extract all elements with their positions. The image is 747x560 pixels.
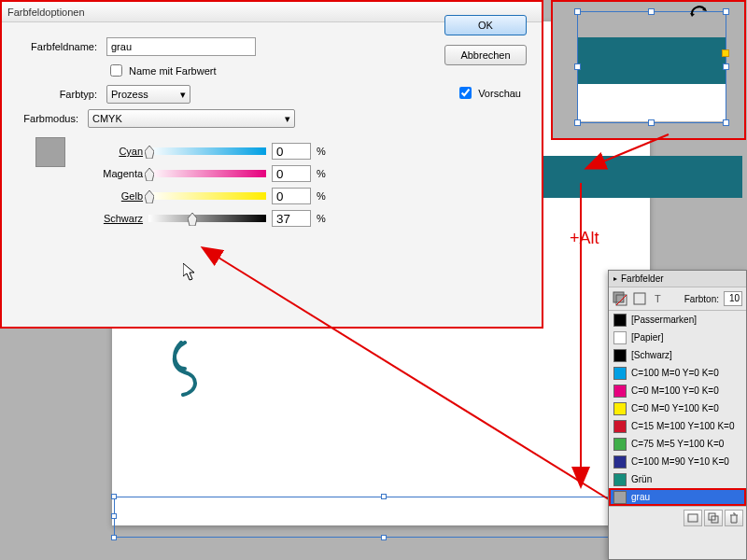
- label-cyan: Cyan: [85, 146, 143, 157]
- dropdown-value: CMYK: [92, 113, 122, 124]
- panel-title: Farbfelder: [621, 273, 664, 284]
- resize-handle[interactable]: [381, 494, 387, 499]
- swatch-row[interactable]: C=15 M=100 Y=100 K=0: [609, 417, 746, 435]
- swatch-name: C=100 M=90 Y=10 K=0: [631, 456, 741, 467]
- panel-header[interactable]: ▸ Farbfelder: [609, 271, 746, 287]
- swatch-row[interactable]: C=100 M=0 Y=0 K=0: [609, 364, 746, 382]
- swatch-chip: [613, 455, 627, 469]
- swatch-chip: [613, 349, 627, 362]
- preview-selection-frame[interactable]: [577, 11, 726, 123]
- checkbox-preview[interactable]: Vorschau: [456, 84, 521, 102]
- slider-magenta[interactable]: [148, 170, 266, 177]
- resize-handle[interactable]: [574, 119, 581, 126]
- dropdown-value: Prozess: [111, 89, 148, 100]
- swatch-row[interactable]: C=100 M=90 Y=10 K=0: [609, 453, 746, 470]
- text-icon[interactable]: T: [652, 291, 667, 306]
- dropdown-colormode[interactable]: CMYK ▾: [88, 109, 295, 128]
- swatch-name: C=100 M=0 Y=0 K=0: [631, 368, 741, 378]
- resize-handle[interactable]: [648, 8, 655, 15]
- logo-swirl: [163, 341, 206, 397]
- swatch-name: C=0 M=0 Y=100 K=0: [631, 403, 741, 413]
- swatch-list[interactable]: [Passermarken][Papier][Schwarz]C=100 M=0…: [609, 310, 746, 507]
- slider-cyan[interactable]: [148, 147, 266, 155]
- cancel-button[interactable]: Abbrechen: [444, 45, 527, 65]
- swatch-row[interactable]: grau: [609, 488, 746, 506]
- tint-label: Farbton:: [684, 294, 719, 304]
- chevron-down-icon: ▾: [180, 89, 186, 101]
- checkbox-label: Vorschau: [478, 88, 521, 99]
- resize-handle[interactable]: [111, 494, 117, 499]
- resize-handle[interactable]: [111, 513, 117, 519]
- label-colormode: Farbmodus:: [13, 113, 82, 124]
- input-black[interactable]: [272, 210, 311, 227]
- resize-handle[interactable]: [723, 119, 729, 126]
- swatch-name-input[interactable]: [106, 37, 256, 56]
- label-name: Farbfeldname:: [13, 41, 101, 52]
- fill-icon[interactable]: [613, 291, 627, 306]
- swatch-chip: [613, 314, 627, 327]
- svg-text:T: T: [655, 293, 661, 304]
- label-black: Schwarz: [85, 213, 143, 224]
- control-point[interactable]: [722, 49, 729, 57]
- swatch-chip: [613, 420, 627, 433]
- ok-button[interactable]: OK: [444, 15, 527, 35]
- svg-rect-8: [688, 514, 698, 522]
- resize-handle[interactable]: [574, 8, 581, 15]
- swatch-row[interactable]: C=0 M=0 Y=100 K=0: [609, 399, 746, 417]
- annotation-alt: +Alt: [570, 229, 599, 248]
- label-colortype: Farbtyp:: [13, 89, 101, 100]
- svg-rect-3: [613, 292, 624, 302]
- svg-rect-6: [634, 293, 645, 304]
- resize-handle[interactable]: [723, 8, 729, 15]
- trash-button[interactable]: [725, 510, 743, 526]
- pct: %: [317, 146, 330, 157]
- input-cyan[interactable]: [272, 143, 311, 160]
- dropdown-colortype[interactable]: Prozess ▾: [106, 85, 190, 104]
- swatch-name: grau: [631, 492, 741, 502]
- resize-handle[interactable]: [723, 63, 729, 70]
- preview-inset: [551, 0, 746, 140]
- chevron-right-icon: ▸: [613, 274, 617, 283]
- swatch-chip: [613, 367, 627, 380]
- slider-yellow[interactable]: [148, 192, 266, 200]
- input-magenta[interactable]: [272, 165, 311, 182]
- swatch-chip: [613, 402, 627, 415]
- swatch-row[interactable]: [Passermarken]: [609, 311, 746, 329]
- resize-handle[interactable]: [648, 119, 655, 126]
- swatch-row[interactable]: [Papier]: [609, 329, 746, 346]
- swatch-name: [Papier]: [631, 332, 741, 343]
- object-icon[interactable]: [632, 291, 647, 306]
- resize-handle[interactable]: [111, 535, 117, 540]
- new-swatch2-button[interactable]: [704, 510, 723, 526]
- checkbox-label: Name mit Farbwert: [129, 65, 217, 77]
- swatch-chip: [613, 331, 627, 344]
- color-preview-swatch: [35, 137, 65, 167]
- tint-value[interactable]: 10: [724, 291, 742, 306]
- pct: %: [317, 190, 330, 202]
- checkbox-preview-box[interactable]: [459, 87, 472, 99]
- swatch-chip: [613, 491, 627, 504]
- rotate-cursor-icon: [688, 2, 709, 22]
- swatch-row[interactable]: Grün: [609, 470, 746, 488]
- shape-teal: [532, 156, 742, 198]
- pct: %: [317, 213, 330, 224]
- resize-handle[interactable]: [381, 535, 387, 540]
- swatch-chip: [613, 473, 627, 486]
- cursor-icon: [183, 263, 198, 284]
- slider-black[interactable]: [148, 215, 266, 222]
- swatch-name: C=15 M=100 Y=100 K=0: [631, 421, 741, 431]
- swatch-row[interactable]: C=75 M=5 Y=100 K=0: [609, 435, 746, 453]
- new-swatch-button[interactable]: [684, 510, 702, 526]
- chevron-down-icon: ▾: [285, 113, 290, 125]
- pct: %: [317, 168, 330, 179]
- swatch-name: [Schwarz]: [631, 350, 741, 360]
- checkbox-name-with-value-box[interactable]: [110, 64, 122, 77]
- swatch-row[interactable]: [Schwarz]: [609, 346, 746, 364]
- swatch-chip: [613, 438, 627, 451]
- label-magenta: Magenta: [85, 168, 143, 179]
- swatch-name: [Passermarken]: [631, 315, 741, 325]
- input-yellow[interactable]: [272, 188, 311, 204]
- selection-frame-bottom[interactable]: [114, 497, 655, 538]
- resize-handle[interactable]: [574, 63, 581, 70]
- swatch-row[interactable]: C=0 M=100 Y=0 K=0: [609, 382, 746, 399]
